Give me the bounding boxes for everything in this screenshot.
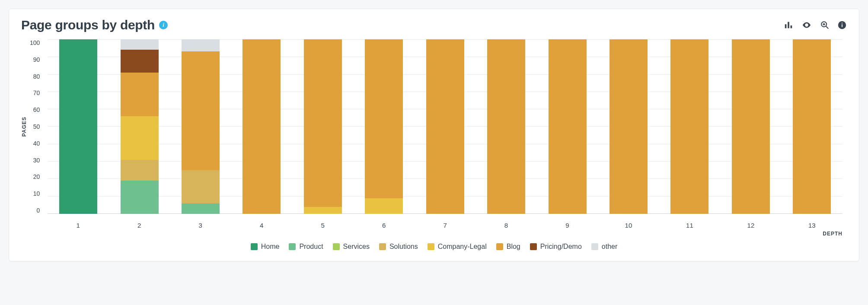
bar-segment[interactable] (121, 160, 159, 181)
bar-segment[interactable] (365, 198, 403, 214)
legend-swatch (379, 243, 386, 250)
bar[interactable] (243, 39, 281, 214)
bar-segment[interactable] (304, 39, 342, 207)
legend-item[interactable]: other (591, 243, 617, 251)
y-tick: 60 (33, 106, 40, 113)
legend-item[interactable]: Product (289, 243, 323, 251)
x-tick: 4 (231, 222, 292, 229)
y-tick: 50 (33, 123, 40, 130)
bar-segment[interactable] (182, 203, 220, 214)
plot-area (43, 36, 847, 217)
bar-slot (292, 39, 353, 214)
svg-rect-9 (842, 24, 842, 27)
legend-item[interactable]: Solutions (379, 243, 418, 251)
bar[interactable] (365, 39, 403, 214)
bar[interactable] (610, 39, 648, 214)
bar-segment[interactable] (243, 39, 281, 214)
bar-segment[interactable] (121, 39, 159, 50)
legend-swatch (496, 243, 503, 250)
chart: PAGES 1009080706050403020100 12345678910… (21, 36, 847, 251)
legend-label: other (602, 243, 617, 251)
legend-label: Product (299, 243, 323, 251)
bar-segment[interactable] (365, 39, 403, 198)
x-tick: 6 (353, 222, 414, 229)
bar-segment[interactable] (670, 39, 708, 214)
bar-segment[interactable] (426, 39, 464, 214)
legend: HomeProductServicesSolutionsCompany-Lega… (21, 243, 847, 251)
legend-label: Company-Legal (438, 243, 487, 251)
bar[interactable] (793, 39, 831, 214)
bar-slot (231, 39, 292, 214)
x-tick: 13 (782, 222, 842, 229)
bar[interactable] (487, 39, 525, 214)
bar-slot (415, 39, 475, 214)
bar-segment[interactable] (610, 39, 648, 214)
svg-rect-0 (785, 24, 787, 28)
x-tick: 12 (720, 222, 781, 229)
legend-item[interactable]: Blog (496, 243, 520, 251)
bar[interactable] (59, 39, 97, 214)
y-axis: PAGES 1009080706050403020100 (21, 36, 43, 217)
bar-segment[interactable] (121, 50, 159, 73)
x-tick: 7 (415, 222, 475, 229)
bar[interactable] (670, 39, 708, 214)
bar-segment[interactable] (121, 73, 159, 116)
bar[interactable] (732, 39, 770, 214)
chart-card: Page groups by depth i PAGES 10090807060… (9, 9, 859, 261)
chart-toolbar (784, 20, 847, 30)
bars (48, 39, 842, 214)
y-tick: 100 (30, 39, 40, 46)
legend-label: Blog (507, 243, 520, 251)
bar-segment[interactable] (487, 39, 525, 214)
legend-label: Pricing/Demo (540, 243, 582, 251)
bar-slot (475, 39, 536, 214)
svg-rect-10 (842, 23, 842, 24)
x-axis-label: DEPTH (43, 231, 847, 237)
legend-item[interactable]: Home (251, 243, 280, 251)
bar-slot (170, 39, 231, 214)
bar-segment[interactable] (121, 181, 159, 214)
bar-segment[interactable] (59, 39, 97, 214)
bar-segment[interactable] (549, 39, 587, 214)
bar[interactable] (304, 39, 342, 214)
bar-segment[interactable] (121, 116, 159, 160)
svg-rect-1 (788, 22, 789, 29)
bar-segment[interactable] (182, 39, 220, 51)
eye-icon[interactable] (801, 20, 812, 30)
bar-slot (598, 39, 659, 214)
legend-item[interactable]: Company-Legal (428, 243, 487, 251)
legend-swatch (333, 243, 340, 250)
bar-slot (109, 39, 170, 214)
bar[interactable] (549, 39, 587, 214)
zoom-icon[interactable] (820, 20, 830, 30)
legend-swatch (251, 243, 258, 250)
y-axis-label: PAGES (21, 117, 27, 137)
bar-slot (659, 39, 720, 214)
bar[interactable] (121, 39, 159, 214)
legend-label: Services (343, 243, 370, 251)
y-tick: 30 (33, 157, 40, 164)
y-tick: 80 (33, 73, 40, 80)
legend-item[interactable]: Services (333, 243, 370, 251)
chart-type-icon[interactable] (784, 20, 793, 30)
bar-segment[interactable] (304, 207, 342, 214)
bar-segment[interactable] (182, 51, 220, 170)
bar[interactable] (182, 39, 220, 214)
bar[interactable] (426, 39, 464, 214)
x-tick: 11 (659, 222, 720, 229)
title-wrap: Page groups by depth i (21, 18, 168, 32)
legend-swatch (428, 243, 434, 250)
bar-segment[interactable] (732, 39, 770, 214)
legend-item[interactable]: Pricing/Demo (530, 243, 582, 251)
bar-segment[interactable] (793, 39, 831, 214)
y-tick: 10 (33, 190, 40, 197)
info-solid-icon[interactable] (837, 20, 847, 30)
x-axis-ticks: 12345678910111213 (43, 217, 847, 229)
y-tick: 70 (33, 89, 40, 96)
info-icon[interactable]: i (159, 21, 168, 29)
legend-label: Home (261, 243, 280, 251)
x-tick: 3 (170, 222, 231, 229)
bar-slot (782, 39, 842, 214)
x-tick: 5 (292, 222, 353, 229)
bar-segment[interactable] (182, 170, 220, 203)
